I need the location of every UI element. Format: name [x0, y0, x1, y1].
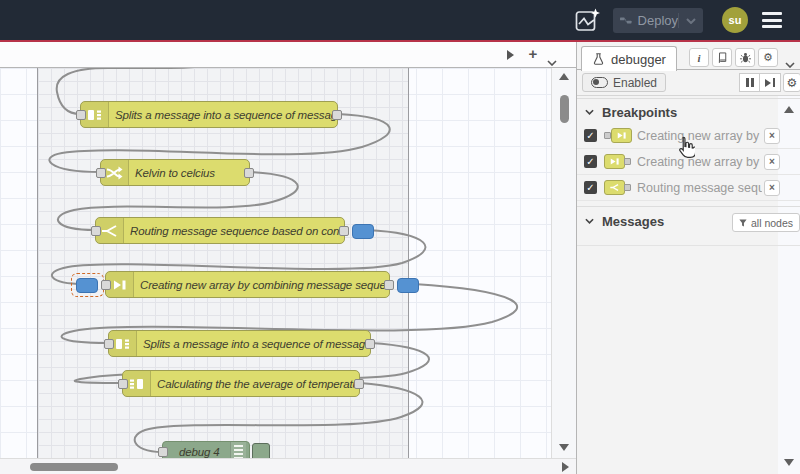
scroll-right-icon[interactable] — [562, 462, 569, 472]
flask-icon — [592, 52, 605, 66]
debugger-toolbar: Enabled ⚙ — [577, 70, 800, 96]
debug-tab-button[interactable] — [735, 48, 755, 67]
info-tab-button[interactable]: i — [689, 48, 709, 67]
deploy-button[interactable]: Deploy — [613, 8, 703, 33]
section-divider — [577, 245, 800, 246]
gear-icon: ⚙ — [787, 76, 798, 90]
tab-debugger[interactable]: debugger — [581, 46, 677, 71]
node-switch-routing[interactable]: Routing message sequence based on condit… — [95, 217, 345, 244]
sidebar-scroll-down-icon[interactable] — [784, 459, 794, 466]
scroll-up-icon[interactable] — [559, 73, 569, 80]
debugger-settings-button[interactable]: ⚙ — [783, 73, 800, 92]
breakpoint-checkbox[interactable]: ✓ — [584, 181, 597, 194]
input-port[interactable] — [158, 447, 168, 457]
pause-button[interactable] — [739, 73, 760, 92]
debug-enable-toggle[interactable] — [252, 443, 270, 458]
remove-breakpoint-button[interactable]: × — [764, 180, 780, 196]
node-split-2[interactable]: Splits a message into a sequence of mess… — [108, 330, 371, 357]
breakpoints-section-header[interactable]: Breakpoints — [577, 100, 800, 124]
filter-funnel-icon — [739, 219, 747, 227]
node-split-1[interactable]: Splits a message into a sequence of mess… — [80, 101, 338, 128]
input-port[interactable] — [118, 379, 128, 389]
deploy-icon — [620, 14, 632, 27]
remove-breakpoint-button[interactable]: × — [764, 128, 780, 144]
message-filter-button[interactable]: all nodes — [732, 213, 800, 232]
filter-label: all nodes — [751, 217, 793, 229]
input-port[interactable] — [101, 280, 111, 290]
output-port[interactable] — [339, 226, 349, 236]
debug-node-icon — [230, 442, 246, 458]
output-port-marker — [624, 158, 631, 165]
breakpoint-pill-output[interactable] — [352, 224, 374, 239]
input-port[interactable] — [96, 168, 106, 178]
workspace: + — [0, 42, 576, 474]
flow-tab-bar: + — [0, 42, 576, 68]
node-debug-4[interactable]: debug 4 — [162, 441, 250, 458]
horizontal-scroll-thumb[interactable] — [30, 463, 118, 471]
breakpoint-checkbox[interactable]: ✓ — [584, 155, 597, 168]
breakpoint-checkbox[interactable]: ✓ — [584, 129, 597, 142]
node-label: Creating new array by combining message … — [134, 279, 389, 291]
breakpoint-label: Creating new array by combining message … — [637, 149, 762, 175]
breakpoint-label: Routing message sequence based on condit… — [637, 175, 762, 201]
node-change-kelvin[interactable]: Kelvin to celcius — [100, 159, 250, 186]
breakpoint-pill-input[interactable] — [76, 278, 98, 293]
output-port[interactable] — [354, 379, 364, 389]
chevron-down-icon — [585, 109, 594, 115]
debugger-controls — [739, 73, 781, 92]
section-divider — [577, 206, 800, 207]
output-port-marker — [624, 184, 631, 191]
remove-breakpoint-button[interactable]: × — [764, 154, 780, 170]
breakpoint-pill-output[interactable] — [397, 278, 419, 293]
tab-scroll-right-icon[interactable] — [507, 50, 514, 60]
input-port[interactable] — [76, 110, 86, 120]
node-label: debug 4 — [163, 446, 230, 458]
scroll-down-icon[interactable] — [559, 444, 569, 451]
node-red-app: Deploy su + — [0, 0, 800, 474]
deploy-label: Deploy — [638, 13, 678, 28]
sidebar: debugger i ⚙ Enabled ⚙ — [576, 42, 800, 474]
node-label: Splits a message into a sequence of mess… — [109, 109, 337, 121]
enabled-label: Enabled — [613, 76, 657, 90]
deploy-options-caret[interactable] — [678, 13, 696, 28]
header-bar: Deploy su — [0, 0, 800, 40]
user-avatar[interactable]: su — [722, 7, 748, 33]
toggle-icon — [591, 77, 608, 88]
node-label: Splits a message into a sequence of mess… — [137, 338, 370, 350]
book-icon — [716, 51, 729, 64]
input-port[interactable] — [104, 339, 114, 349]
output-port[interactable] — [384, 280, 394, 290]
canvas-vertical-scrollbar[interactable] — [551, 68, 576, 458]
chevron-down-icon — [585, 218, 594, 224]
flow-canvas[interactable]: Splits a message into a sequence of mess… — [0, 68, 551, 458]
main-menu-icon[interactable] — [762, 12, 782, 28]
add-flow-button[interactable]: + — [525, 45, 541, 63]
output-port[interactable] — [244, 168, 254, 178]
node-label: Routing message sequence based on condit… — [124, 225, 344, 237]
help-book-button[interactable] — [712, 48, 732, 67]
breakpoint-label: Creating new array by combining message … — [637, 123, 762, 149]
input-port[interactable] — [91, 226, 101, 236]
canvas-horizontal-scrollbar[interactable] — [0, 458, 576, 474]
node-join-average[interactable]: Calculating the the average of temperatu… — [122, 370, 360, 397]
debugger-enabled-toggle[interactable]: Enabled — [582, 73, 666, 92]
breakpoint-node-icon — [604, 154, 636, 170]
node-join-combine[interactable]: Creating new array by combining message … — [105, 271, 390, 298]
breakpoints-title: Breakpoints — [602, 105, 677, 120]
output-port[interactable] — [332, 110, 342, 120]
sidebar-scroll-up-icon[interactable] — [784, 106, 794, 113]
settings-tab-button[interactable]: ⚙ — [758, 48, 778, 67]
flow-assistant-icon[interactable] — [574, 7, 601, 34]
breakpoint-node-icon — [604, 128, 636, 144]
messages-section-header[interactable]: Messages all nodes — [577, 209, 800, 233]
output-port[interactable] — [365, 339, 375, 349]
mouse-cursor-hand — [678, 136, 695, 158]
tab-debugger-label: debugger — [611, 52, 666, 67]
input-port-marker — [604, 132, 611, 139]
vertical-scroll-thumb[interactable] — [560, 95, 569, 123]
bug-icon — [739, 51, 752, 64]
step-button[interactable] — [760, 73, 781, 92]
breakpoint-item[interactable]: ✓ Routing message sequence based on cond… — [577, 175, 800, 201]
breakpoint-node-icon — [604, 180, 636, 196]
gear-icon: ⚙ — [763, 51, 773, 64]
